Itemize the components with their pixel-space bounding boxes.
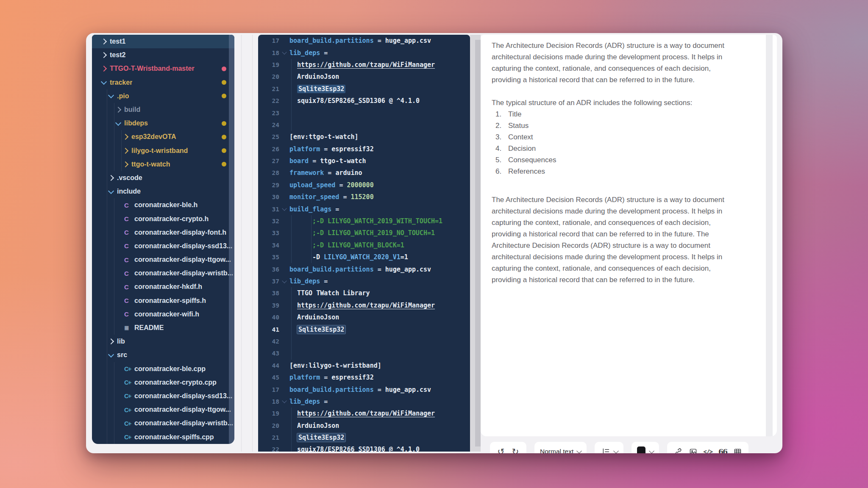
code-token: ;-D LILYGO_WATCH_2019_WITH_TOUCH=1 bbox=[312, 217, 442, 225]
explorer-item[interactable]: Ccoronatracker-hkdf.h bbox=[92, 280, 234, 294]
text-color-dropdown[interactable] bbox=[632, 442, 659, 453]
code-line[interactable]: 31build_flags = bbox=[258, 203, 470, 215]
code-token: board_build.partitions bbox=[289, 266, 374, 273]
code-line[interactable]: 17board_build.partitions = huge_app.csv bbox=[258, 383, 470, 395]
c-file-icon: C bbox=[124, 215, 134, 222]
explorer-item[interactable]: Ccoronatracker-crypto.h bbox=[92, 212, 234, 225]
code-line[interactable]: 41Sqlite3Esp32 bbox=[258, 323, 470, 335]
indent-guide bbox=[291, 299, 292, 311]
code-line[interactable]: 43 bbox=[258, 347, 470, 359]
fold-chevron-icon[interactable] bbox=[282, 399, 287, 403]
explorer-item[interactable]: test1 bbox=[92, 35, 234, 48]
code-line[interactable]: 20ArduinoJson bbox=[258, 420, 470, 432]
explorer-item[interactable]: Ccoronatracker-spiffs.h bbox=[92, 294, 234, 308]
explorer-item[interactable]: tracker bbox=[92, 76, 234, 89]
code-line[interactable]: 22squix78/ESP8266_SSD1306 @ ^4.1.0 bbox=[258, 444, 470, 452]
code-line[interactable]: 28framework = arduino bbox=[258, 167, 470, 179]
quote-icon[interactable]: 66 bbox=[717, 446, 728, 453]
image-icon[interactable] bbox=[687, 446, 698, 453]
link-icon[interactable] bbox=[673, 446, 684, 453]
code-line[interactable]: 17board_build.partitions = huge_app.csv bbox=[258, 35, 470, 47]
code-line[interactable]: 42 bbox=[258, 336, 470, 347]
document-editor[interactable]: The Architecture Decision Records (ADR) … bbox=[481, 35, 777, 436]
explorer-item[interactable]: C+coronatracker-spiffs.cpp bbox=[92, 430, 234, 444]
explorer-item[interactable]: Ccoronatracker-wifi.h bbox=[92, 308, 234, 321]
code-line[interactable]: 38TTGO TWatch Library bbox=[258, 287, 470, 299]
undo-icon[interactable]: ↺ bbox=[495, 446, 506, 453]
explorer-item[interactable]: ttgo-t-watch bbox=[92, 158, 234, 171]
line-number: 45 bbox=[258, 374, 279, 381]
explorer-item[interactable]: .vscode bbox=[92, 171, 234, 185]
code-line[interactable]: 22squix78/ESP8266_SSD1306 @ ^4.1.0 bbox=[258, 95, 470, 107]
indent-guide bbox=[291, 287, 292, 299]
explorer-scrollbar[interactable] bbox=[229, 35, 234, 444]
code-line[interactable]: 25[env:ttgo-t-watch] bbox=[258, 131, 470, 143]
code-line[interactable]: 29upload_speed = 2000000 bbox=[258, 179, 470, 191]
explorer-item[interactable]: Ccoronatracker-display-ssd13... bbox=[92, 239, 234, 253]
code-line[interactable]: 19https://github.com/tzapu/WiFiManager bbox=[258, 408, 470, 419]
git-status-dot bbox=[222, 162, 226, 166]
code-line[interactable]: 40ArduinoJson bbox=[258, 311, 470, 323]
explorer-item[interactable]: C+coronatracker-crypto.cpp bbox=[92, 376, 234, 389]
code-line[interactable]: 21Sqlite3Esp32 bbox=[258, 432, 470, 444]
explorer-item[interactable]: C+coronatracker-ble.cpp bbox=[92, 362, 234, 376]
indent-guide bbox=[291, 336, 292, 347]
explorer-item[interactable]: C+coronatracker-display-ttgow... bbox=[92, 403, 234, 416]
fold-chevron-icon[interactable] bbox=[282, 278, 287, 283]
code-line[interactable]: 18lib_deps = bbox=[258, 47, 470, 58]
readme-file-icon: ≣ bbox=[124, 324, 134, 331]
list-style-dropdown[interactable] bbox=[595, 442, 623, 453]
explorer-item[interactable]: esp32devOTA bbox=[92, 130, 234, 144]
explorer-item[interactable]: .pio bbox=[92, 89, 234, 103]
explorer-item[interactable]: src bbox=[92, 348, 234, 362]
fold-chevron-icon[interactable] bbox=[282, 206, 287, 211]
explorer-item[interactable]: ≣README bbox=[92, 321, 234, 335]
explorer-item[interactable]: Ccoronatracker-display-wristb... bbox=[92, 266, 234, 280]
code-line[interactable]: 23 bbox=[258, 107, 470, 119]
line-number: 32 bbox=[258, 218, 279, 225]
list-item: 1.Title bbox=[492, 108, 760, 120]
explorer-item[interactable]: C+coronatracker-display-wristb... bbox=[92, 416, 234, 430]
code-line[interactable]: 24 bbox=[258, 119, 470, 131]
code-line[interactable]: 45platform = espressif32 bbox=[258, 372, 470, 383]
explorer-item[interactable]: lilygo-t-wristband bbox=[92, 144, 234, 158]
code-token: squix78/ESP8266_SSD1306 @ ^4.1.0 bbox=[297, 446, 420, 452]
chevron-right-icon bbox=[115, 107, 121, 113]
indent-guide bbox=[107, 294, 107, 308]
code-line[interactable]: 39https://github.com/tzapu/WiFiManager bbox=[258, 299, 470, 311]
code-line[interactable]: 19https://github.com/tzapu/WiFiManager bbox=[258, 59, 470, 71]
explorer-item[interactable]: Ccoronatracker-display-ttgow... bbox=[92, 253, 234, 266]
explorer-item[interactable]: Ccoronatracker-ble.h bbox=[92, 198, 234, 212]
redo-icon[interactable]: ↻ bbox=[510, 446, 521, 453]
code-line[interactable]: 18lib_deps = bbox=[258, 396, 470, 408]
code-line[interactable]: 20ArduinoJson bbox=[258, 71, 470, 83]
code-line[interactable]: 34;-D LILYGO_WATCH_BLOCK=1 bbox=[258, 239, 470, 251]
code-token: = bbox=[309, 157, 320, 165]
explorer-item[interactable]: C+coronatracker-display-ssd13... bbox=[92, 389, 234, 403]
code-line[interactable]: 44[env:lilygo-t-wristband] bbox=[258, 360, 470, 372]
code-line[interactable]: 27board = ttgo-t-watch bbox=[258, 155, 470, 167]
code-line[interactable]: 33;-D LILYGO_WATCH_2019_NO_TOUCH=1 bbox=[258, 227, 470, 239]
fold-chevron-icon[interactable] bbox=[282, 50, 287, 54]
indent-guide bbox=[114, 376, 114, 389]
explorer-item[interactable]: build bbox=[92, 103, 234, 116]
table-icon[interactable] bbox=[732, 446, 743, 453]
explorer-item[interactable]: include bbox=[92, 185, 234, 198]
code-line[interactable]: 37lib_deps = bbox=[258, 275, 470, 287]
code-line[interactable]: 30monitor_speed = 115200 bbox=[258, 191, 470, 203]
text-style-dropdown[interactable]: Normal text bbox=[534, 442, 587, 453]
explorer-item[interactable]: lib bbox=[92, 335, 234, 348]
code-line[interactable]: 26platform = espressif32 bbox=[258, 143, 470, 155]
explorer-item[interactable]: libdeps bbox=[92, 116, 234, 130]
document-scrollbar[interactable] bbox=[475, 40, 481, 446]
explorer-item[interactable]: test2 bbox=[92, 48, 234, 62]
code-icon[interactable]: </> bbox=[702, 446, 713, 453]
code-line[interactable]: 36board_build.partitions = huge_app.csv bbox=[258, 263, 470, 275]
explorer-item[interactable]: Ccoronatracker-display-font.h bbox=[92, 226, 234, 239]
git-status-dot bbox=[222, 135, 226, 139]
explorer-item[interactable]: TTGO-T-Wristband-master bbox=[92, 62, 234, 75]
code-line[interactable]: 21Sqlite3Esp32 bbox=[258, 83, 470, 95]
code-line[interactable]: 32;-D LILYGO_WATCH_2019_WITH_TOUCH=1 bbox=[258, 215, 470, 227]
code-line[interactable]: 35-D LILYGO_WATCH_2020_V1=1 bbox=[258, 251, 470, 263]
explorer-item-label: coronatracker-ble.cpp bbox=[134, 365, 206, 373]
